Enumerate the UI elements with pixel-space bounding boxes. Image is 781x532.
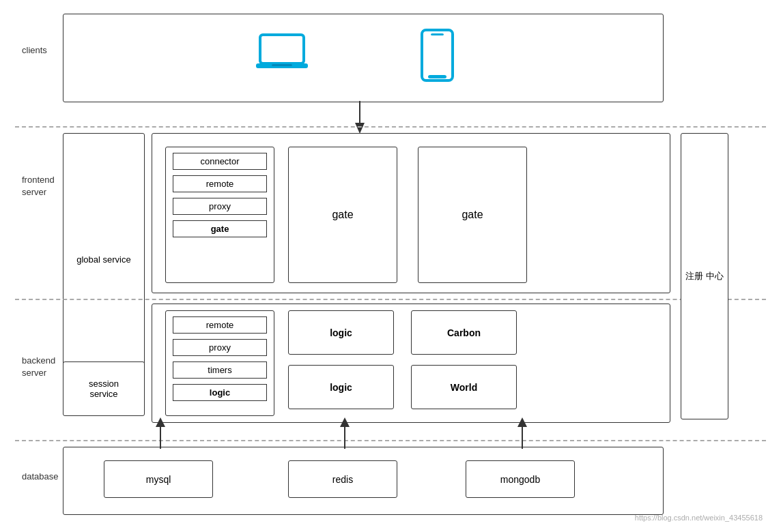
svg-marker-7 [355,123,365,134]
arrow-db-1 [150,416,171,450]
mysql-label: mysql [146,474,171,485]
connector-item: connector [173,153,267,170]
frontend-stack-box: connector remote proxy gate [165,147,274,283]
redis-label: redis [332,474,353,485]
mongodb-box: mongodb [466,460,575,498]
logic-bold-item: logic [173,384,267,401]
registry-box: 注册 中心 [681,133,728,419]
session-service-label: sessionservice [89,379,119,399]
global-service-label: global service [76,254,131,265]
logic-2-label: logic [330,382,352,393]
remote-backend-item: remote [173,316,267,334]
redis-box: redis [288,460,397,498]
world-label: World [451,382,477,393]
svg-rect-3 [422,30,453,80]
mongodb-label: mongodb [500,474,540,485]
gate-1-label: gate [332,209,353,221]
mysql-box: mysql [104,460,213,498]
carbon-box: Carbon [411,310,517,355]
global-service-box: global service [63,133,145,385]
watermark: https://blog.csdn.net/weixin_43455618 [635,514,763,522]
gate-box-2: gate [418,147,527,283]
world-box: World [411,365,517,409]
dashed-line-2 [15,299,766,300]
proxy-item: proxy [173,198,267,215]
dashed-line-1 [15,126,766,128]
frontend-label: frontendserver [22,174,55,198]
phone-icon [418,28,459,89]
timers-item: timers [173,361,267,379]
gate-bold-item: gate [173,220,267,237]
arrow-db-2 [335,416,355,450]
svg-marker-9 [156,417,165,427]
dashed-line-3 [15,440,766,441]
diagram-container: clients global service connector remote … [15,7,766,525]
backend-label: backendserver [22,355,55,379]
logic-box-1: logic [288,310,394,355]
backend-stack-box: remote proxy timers logic [165,310,274,416]
registry-label: 注册 中心 [685,270,724,282]
logic-box-2: logic [288,365,394,409]
gate-box-1: gate [288,147,397,283]
session-service-box: sessionservice [63,361,145,416]
svg-rect-5 [428,75,446,78]
svg-marker-13 [517,417,527,427]
gate-2-label: gate [462,209,483,221]
remote-item: remote [173,175,267,192]
arrow-db-3 [512,416,532,450]
arrow-clients-down [350,101,370,135]
proxy-backend-item: proxy [173,339,267,356]
clients-box [63,14,664,102]
clients-label: clients [22,44,47,57]
svg-rect-4 [431,33,444,35]
laptop-icon [255,31,309,86]
logic-1-label: logic [330,327,352,338]
svg-marker-11 [340,417,350,427]
svg-rect-2 [272,64,292,66]
svg-rect-0 [260,35,304,63]
database-label: database [22,471,59,483]
carbon-label: Carbon [447,327,481,338]
